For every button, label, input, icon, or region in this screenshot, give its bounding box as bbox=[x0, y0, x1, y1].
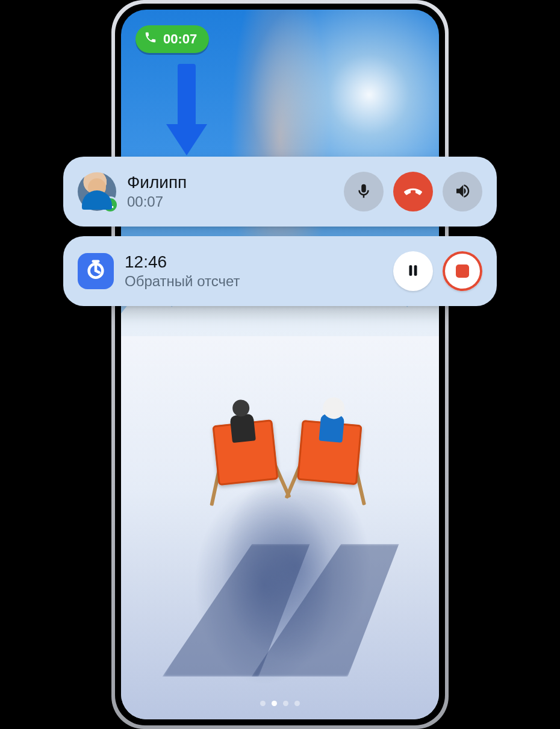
timer-time: 12:46 bbox=[125, 252, 382, 272]
caller-name: Филипп bbox=[127, 173, 333, 192]
timer-info: 12:46 Обратный отсчет bbox=[125, 252, 382, 290]
wallpaper-chair bbox=[205, 413, 287, 510]
microphone-icon bbox=[355, 182, 373, 202]
speaker-icon bbox=[453, 182, 471, 202]
active-call-time: 00:07 bbox=[163, 31, 197, 47]
hangup-button[interactable] bbox=[393, 172, 433, 211]
timer-actions bbox=[393, 251, 482, 291]
timer-app-icon[interactable] bbox=[78, 253, 114, 289]
timer-label: Обратный отсчет bbox=[125, 273, 382, 290]
call-duration: 00:07 bbox=[127, 193, 333, 210]
stage: 00:07 Филипп 00:07 bbox=[0, 0, 560, 729]
pause-icon bbox=[405, 263, 421, 280]
caller-avatar[interactable] bbox=[78, 172, 116, 211]
timer-notification-card[interactable]: 12:46 Обратный отсчет bbox=[63, 236, 497, 306]
stop-button[interactable] bbox=[443, 251, 482, 291]
phone-icon bbox=[144, 31, 157, 48]
call-notification-card[interactable]: Филипп 00:07 bbox=[63, 157, 497, 227]
svg-rect-1 bbox=[409, 265, 412, 275]
phone-bezel: 00:07 bbox=[115, 4, 445, 725]
page-dot[interactable] bbox=[283, 701, 288, 706]
guide-arrow-icon bbox=[169, 64, 205, 157]
caller-info: Филипп 00:07 bbox=[127, 173, 333, 210]
pause-button[interactable] bbox=[393, 251, 433, 291]
stopwatch-icon bbox=[86, 260, 106, 283]
wallpaper-chair bbox=[289, 413, 369, 510]
phone-badge-icon bbox=[102, 196, 119, 213]
hangup-icon bbox=[403, 181, 423, 203]
call-actions bbox=[344, 172, 482, 211]
page-dot[interactable] bbox=[294, 701, 300, 706]
page-dot[interactable] bbox=[260, 701, 266, 706]
stop-icon bbox=[456, 264, 469, 278]
mute-button[interactable] bbox=[344, 172, 384, 211]
phone-frame: 00:07 bbox=[111, 0, 449, 729]
active-call-pill[interactable]: 00:07 bbox=[135, 25, 209, 53]
page-dot[interactable] bbox=[272, 701, 277, 706]
speaker-button[interactable] bbox=[443, 172, 482, 211]
svg-rect-2 bbox=[414, 265, 417, 275]
page-indicator[interactable] bbox=[260, 701, 300, 706]
